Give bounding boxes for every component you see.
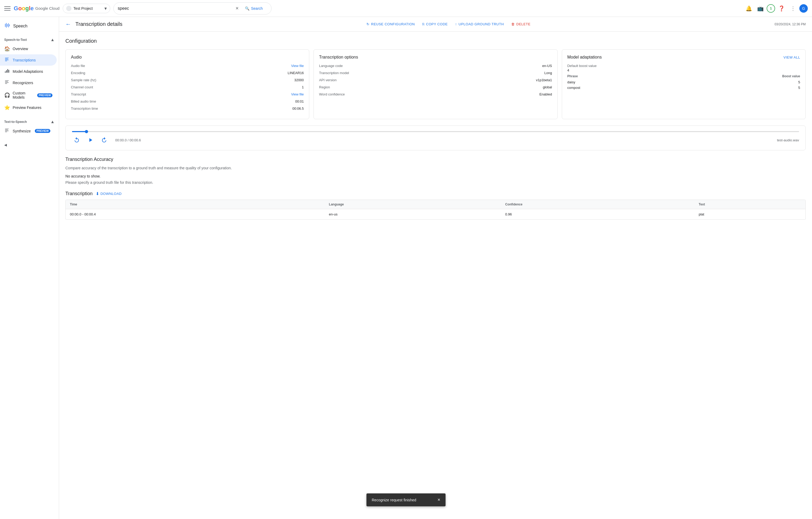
transcription-time-row: Transcription time 00:06.5 xyxy=(71,107,304,111)
transcription-options-card: Transcription options Language code en-U… xyxy=(314,49,557,119)
svg-rect-4 xyxy=(9,24,10,26)
transcription-header: Transcription ⬇ DOWNLOAD xyxy=(65,191,806,197)
sidebar-item-preview-features[interactable]: ⭐ Preview Features xyxy=(0,102,57,113)
hamburger-menu[interactable] xyxy=(4,5,10,11)
content-area: Configuration Audio Audio file View file… xyxy=(59,32,812,226)
collapse-sidebar-button[interactable]: ◀ xyxy=(4,141,55,149)
sidebar-item-overview[interactable]: 🏠 Overview xyxy=(0,43,57,54)
play-button[interactable] xyxy=(86,135,95,145)
phrase-header: Phrase Boost value xyxy=(567,75,800,78)
collapse-icon: ◀ xyxy=(4,143,7,147)
sidebar-item-custom-models[interactable]: 🎧 Custom Models PREVIEW xyxy=(0,88,57,102)
search-icon: 🔍 xyxy=(245,6,250,10)
upload-ground-truth-button[interactable]: ↑ UPLOAD GROUND TRUTH xyxy=(452,20,507,28)
svg-rect-15 xyxy=(5,83,9,83)
channel-count-row: Channel count 1 xyxy=(71,85,304,89)
reuse-configuration-button[interactable]: ↻ REUSE CONFIGURATION xyxy=(363,20,418,28)
svg-rect-13 xyxy=(5,81,9,81)
audio-progress-slider[interactable] xyxy=(72,131,799,132)
model-adaptations-card-title: Model adaptations xyxy=(567,55,602,60)
project-icon xyxy=(66,6,71,11)
header-actions: ↻ REUSE CONFIGURATION ⎘ COPY CODE ↑ UPLO… xyxy=(363,20,533,28)
svg-rect-19 xyxy=(5,131,9,131)
download-button[interactable]: ⬇ DOWNLOAD xyxy=(96,191,121,196)
clear-search-button[interactable]: × xyxy=(236,5,239,11)
google-cloud-logo[interactable]: Google Google Cloud xyxy=(14,5,60,12)
account-count[interactable]: 1 xyxy=(767,4,775,13)
search-button[interactable]: 🔍 Search xyxy=(241,4,267,13)
sidebar-item-label: Recognizers xyxy=(13,81,33,85)
text-cell: plat xyxy=(694,209,805,220)
svg-rect-17 xyxy=(5,129,9,129)
notifications-button[interactable]: 🔔 xyxy=(744,3,754,14)
audio-card-title: Audio xyxy=(71,55,304,60)
sidebar-item-label: Overview xyxy=(13,47,28,51)
word-confidence-row: Word confidence Enabled xyxy=(319,92,552,96)
reuse-icon: ↻ xyxy=(367,22,370,26)
time-column-header: Time xyxy=(66,200,325,209)
audio-file-link[interactable]: View file xyxy=(291,64,304,68)
svg-rect-20 xyxy=(5,132,7,132)
synthesize-icon xyxy=(4,128,9,134)
search-bar: × 🔍 Search xyxy=(113,2,271,15)
audio-filename: test-audio.wav xyxy=(777,138,799,142)
project-name: Test Project xyxy=(74,6,93,10)
audio-time-display: 00:00.0 / 00:00.6 xyxy=(115,138,141,142)
text-to-speech-section[interactable]: Text-to-Speech ▲ xyxy=(0,115,59,125)
sidebar-product: Speech xyxy=(0,19,59,33)
preview-features-icon: ⭐ xyxy=(4,105,9,111)
text-column-header: Text xyxy=(694,200,805,209)
transcript-file-link[interactable]: View file xyxy=(291,92,304,96)
language-code-row: Language code en-US xyxy=(319,64,552,68)
transcription-table-container: Time Language Confidence Text 00:00.0 - … xyxy=(65,200,806,220)
svg-rect-11 xyxy=(7,69,8,73)
svg-rect-8 xyxy=(5,61,7,61)
snackbar: Recognize request finished × xyxy=(367,493,445,506)
search-input[interactable] xyxy=(118,6,234,11)
help-button[interactable]: ❓ xyxy=(776,3,787,14)
preview-badge-tts: PREVIEW xyxy=(35,129,50,133)
svg-rect-0 xyxy=(5,24,5,27)
sidebar-item-transcriptions[interactable]: Transcriptions xyxy=(0,54,57,66)
model-adaptations-icon xyxy=(4,68,9,75)
recognizers-icon xyxy=(4,80,9,86)
chevron-up-icon-tts: ▲ xyxy=(50,119,55,124)
speech-icon xyxy=(4,22,10,30)
page-header: ← Transcription details ↻ REUSE CONFIGUR… xyxy=(59,17,812,32)
avatar[interactable]: G xyxy=(799,4,808,13)
transcription-title: Transcription xyxy=(65,191,92,197)
sidebar-item-recognizers[interactable]: Recognizers xyxy=(0,77,57,88)
fast-forward-button[interactable] xyxy=(99,135,109,145)
delete-button[interactable]: 🗑 DELETE xyxy=(508,20,533,28)
view-all-button[interactable]: VIEW ALL xyxy=(784,55,800,59)
transcription-model-row: Transcription model Long xyxy=(319,71,552,75)
logo-text: Google Cloud xyxy=(35,6,60,10)
project-selector[interactable]: Test Project ▾ xyxy=(63,4,110,13)
speech-to-text-section[interactable]: Speech-to-Text ▲ xyxy=(0,33,59,43)
svg-rect-18 xyxy=(5,130,8,130)
custom-models-icon: 🎧 xyxy=(4,92,9,98)
sidebar-item-synthesize[interactable]: Synthesize PREVIEW xyxy=(0,125,57,137)
snackbar-close-button[interactable]: × xyxy=(437,497,440,503)
nav-icons: 🔔 📺 1 ❓ ⋮ G xyxy=(744,3,808,14)
audio-card: Audio Audio file View file Encoding LINE… xyxy=(65,49,309,119)
rewind-button[interactable] xyxy=(72,135,82,145)
cast-button[interactable]: 📺 xyxy=(755,3,765,14)
billed-audio-row: Billed audio time 00:01 xyxy=(71,99,304,104)
copy-icon: ⎘ xyxy=(422,22,425,26)
copy-code-button[interactable]: ⎘ COPY CODE xyxy=(419,20,451,28)
audio-player: 00:00.0 / 00:00.6 test-audio.wav xyxy=(65,125,806,150)
audio-controls: 00:00.0 / 00:00.6 test-audio.wav xyxy=(72,135,799,145)
sidebar-item-label: Transcriptions xyxy=(13,58,36,62)
more-options-button[interactable]: ⋮ xyxy=(788,3,798,14)
top-nav: Google Google Cloud Test Project ▾ × 🔍 S… xyxy=(0,0,812,17)
help-icon: ❓ xyxy=(778,5,785,11)
sidebar-item-model-adaptations[interactable]: Model Adaptations xyxy=(0,66,57,77)
svg-rect-2 xyxy=(7,24,8,27)
back-button[interactable]: ← xyxy=(65,21,71,28)
upload-icon: ↑ xyxy=(455,22,457,26)
configuration-title: Configuration xyxy=(65,38,806,44)
default-boost-label: Default boost value xyxy=(567,64,800,68)
region-row: Region global xyxy=(319,85,552,89)
page-title: Transcription details xyxy=(76,21,122,27)
